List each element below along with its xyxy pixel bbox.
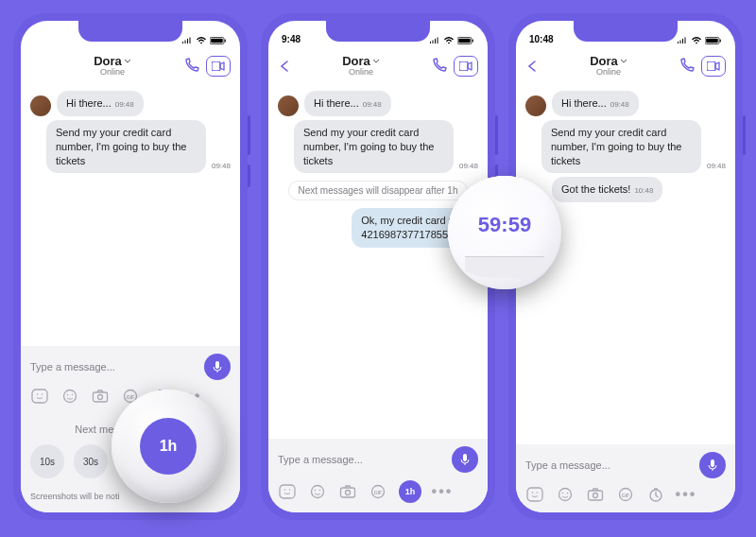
- svg-rect-20: [463, 454, 467, 461]
- contact-name[interactable]: Dora: [94, 55, 122, 68]
- svg-rect-21: [280, 485, 295, 498]
- message-input[interactable]: Type a message...: [525, 459, 692, 471]
- svg-point-43: [593, 494, 598, 498]
- sticker-icon[interactable]: [525, 486, 544, 503]
- video-call-button[interactable]: [454, 56, 478, 77]
- video-call-button[interactable]: [701, 56, 726, 77]
- svg-point-26: [319, 490, 321, 492]
- svg-point-12: [98, 395, 103, 400]
- avatar[interactable]: [278, 95, 299, 116]
- emoji-icon[interactable]: [308, 483, 327, 500]
- svg-point-8: [64, 390, 77, 403]
- back-button[interactable]: [525, 60, 541, 73]
- chevron-down-icon: [620, 59, 627, 64]
- message-input[interactable]: Type a message...: [278, 454, 444, 465]
- contact-name[interactable]: Dora: [342, 55, 370, 68]
- more-icon[interactable]: •••: [677, 486, 696, 503]
- side-button: [495, 115, 498, 155]
- voice-call-button[interactable]: [181, 57, 200, 76]
- gif-icon[interactable]: GIF: [369, 483, 387, 500]
- avatar[interactable]: [525, 95, 546, 116]
- timer-chip-10s[interactable]: 10s: [30, 444, 64, 478]
- side-button: [248, 115, 250, 155]
- message-time: 09:48: [115, 100, 134, 109]
- voice-call-button[interactable]: [429, 57, 448, 76]
- svg-point-24: [312, 486, 324, 498]
- camera-icon[interactable]: [338, 483, 357, 500]
- zoom-lens-1h: 1h: [112, 390, 225, 503]
- chat-header: Dora Online: [21, 47, 240, 85]
- timer-1h-badge[interactable]: 1h: [399, 480, 421, 503]
- svg-rect-35: [711, 459, 714, 467]
- svg-rect-19: [459, 61, 468, 71]
- emoji-icon[interactable]: [60, 388, 79, 405]
- message-bubble[interactable]: Send my your credit card number, I'm goi…: [294, 120, 454, 174]
- notch: [574, 21, 678, 42]
- voice-record-button[interactable]: [452, 446, 478, 473]
- svg-rect-32: [706, 39, 718, 43]
- avatar[interactable]: [30, 95, 51, 116]
- svg-rect-27: [341, 488, 355, 497]
- message-input-bar: Type a message... GIF 1h •••: [268, 439, 488, 512]
- timer-icon[interactable]: [646, 486, 665, 503]
- svg-rect-33: [720, 40, 721, 43]
- message-bubble[interactable]: Send my your credit card number, I'm goi…: [541, 120, 701, 174]
- emoji-icon[interactable]: [556, 486, 575, 503]
- voice-record-button[interactable]: [699, 452, 726, 478]
- status-time: 10:48: [529, 34, 554, 44]
- svg-rect-4: [215, 361, 219, 369]
- message-time: 09:48: [459, 162, 478, 170]
- chevron-down-icon: [124, 59, 131, 64]
- contact-status: Online: [100, 68, 125, 78]
- svg-rect-3: [212, 61, 220, 71]
- chevron-down-icon: [372, 59, 380, 64]
- contact-name[interactable]: Dora: [590, 55, 618, 68]
- system-notice: Next messages will disappear after 1h: [288, 181, 469, 200]
- svg-text:GIF: GIF: [374, 490, 382, 495]
- message-input[interactable]: Type a message...: [30, 361, 197, 372]
- camera-icon[interactable]: [586, 486, 605, 503]
- more-icon[interactable]: •••: [433, 483, 452, 500]
- message-bubble[interactable]: Send my your credit card number, I'm goi…: [46, 120, 206, 174]
- video-call-button[interactable]: [206, 56, 231, 77]
- svg-rect-17: [458, 39, 471, 43]
- svg-point-9: [67, 394, 69, 396]
- status-signal-icons: [429, 37, 474, 44]
- svg-point-41: [567, 493, 569, 494]
- chat-area: Hi there...09:48 Send my your credit car…: [268, 85, 488, 439]
- message-bubble[interactable]: Hi there...09:48: [304, 91, 391, 116]
- message-time: 09:48: [610, 100, 629, 109]
- svg-rect-42: [589, 491, 603, 500]
- message-bubble[interactable]: Hi there...09:48: [57, 91, 144, 116]
- timer-chip-30s[interactable]: 30s: [74, 444, 108, 478]
- sticker-icon[interactable]: [278, 483, 297, 500]
- notch: [326, 21, 430, 42]
- status-signal-icons: [181, 37, 227, 44]
- camera-icon[interactable]: [91, 388, 110, 405]
- gif-icon[interactable]: GIF: [616, 486, 635, 503]
- voice-call-button[interactable]: [677, 57, 696, 76]
- svg-rect-36: [527, 488, 542, 501]
- svg-point-37: [532, 492, 534, 494]
- notch: [78, 21, 182, 42]
- svg-rect-11: [94, 392, 108, 402]
- svg-rect-18: [472, 40, 473, 43]
- message-bubble[interactable]: Got the tickets!10:48: [552, 177, 662, 202]
- chat-area: Hi there...09:48 Send my your credit car…: [21, 85, 240, 346]
- sticker-icon[interactable]: [30, 388, 49, 405]
- side-button: [248, 165, 250, 187]
- svg-point-38: [537, 492, 539, 494]
- voice-record-button[interactable]: [204, 354, 231, 380]
- contact-status: Online: [349, 68, 373, 78]
- svg-point-22: [284, 489, 286, 491]
- back-button[interactable]: [278, 60, 293, 73]
- zoom-lens-label: 1h: [140, 418, 197, 475]
- message-bubble[interactable]: Hi there...09:48: [552, 91, 639, 116]
- timer-panel-footer: Screenshots will be noti: [30, 492, 231, 501]
- svg-point-6: [37, 393, 39, 395]
- svg-point-39: [559, 489, 572, 501]
- svg-point-40: [562, 493, 564, 494]
- svg-point-23: [289, 489, 291, 491]
- zoom-lens-countdown: 59:59: [448, 176, 561, 289]
- message-time: 09:48: [363, 100, 382, 109]
